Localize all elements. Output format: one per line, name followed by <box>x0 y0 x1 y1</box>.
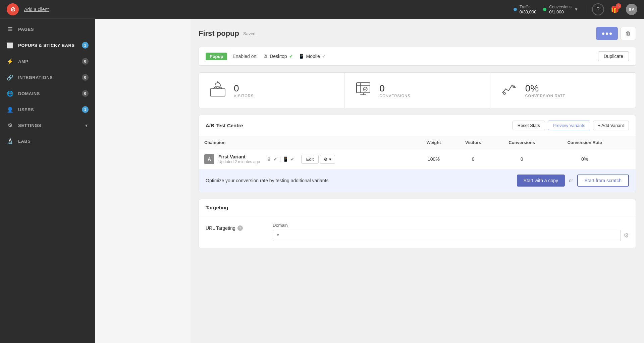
conversions-cell: 0 <box>493 149 550 169</box>
svg-point-1 <box>215 83 220 88</box>
targeting-field-col: Domain ⚙ <box>273 223 629 241</box>
visitors-num: 0 <box>234 83 254 94</box>
traffic-dot <box>514 8 517 11</box>
sidebar-item-label: INTEGRATIONS <box>18 75 53 80</box>
topbar-divider <box>585 5 585 13</box>
col-conversion-rate: Conversion Rate <box>550 136 619 149</box>
url-targeting-label: URL Targeting <box>206 225 235 231</box>
app-logo[interactable]: ⊘ <box>7 3 19 15</box>
edit-variant-button[interactable]: Edit <box>301 155 319 164</box>
col-champion: Champion <box>199 136 415 149</box>
traffic-value: 0/30,000 <box>520 9 537 14</box>
variant-cell: A First Variant Updated 2 minutes ago 🖥 … <box>199 149 415 169</box>
url-targeting-info-icon[interactable]: ? <box>237 225 243 231</box>
conversions-stat-info: 0 CONVERSIONS <box>379 83 410 98</box>
ab-test-tbody: A First Variant Updated 2 minutes ago 🖥 … <box>199 149 636 169</box>
start-with-copy-button[interactable]: Start with a copy <box>517 175 565 187</box>
popup-tag: Popup <box>206 53 227 60</box>
desktop-icon: 🖥 <box>263 54 268 59</box>
cta-actions: Start with a copy or Start from scratch <box>517 175 629 187</box>
conversions-stat[interactable]: Conversions 0/1,000 ▼ <box>543 5 578 14</box>
svg-point-8 <box>503 92 505 94</box>
ab-test-thead: Champion Weight Visitors Conversions Con… <box>199 136 636 149</box>
desktop-device: 🖥 Desktop ✔ <box>263 54 293 59</box>
settings-chevron-icon: ▼ <box>85 123 89 128</box>
dots-menu-button[interactable] <box>596 27 618 40</box>
delete-button[interactable]: 🗑 <box>621 27 636 40</box>
weight-cell: 100% <box>415 149 453 169</box>
targeting-header: Targeting <box>199 199 636 216</box>
ab-test-title: A/B Test Centre <box>206 123 243 128</box>
enabled-bar: Popup Enabled on: 🖥 Desktop ✔ 📱 Mobile ✔… <box>199 47 636 66</box>
cta-text: Optimize your conversion rate by testing… <box>206 178 329 183</box>
visitors-icon <box>207 79 228 101</box>
sidebar-item-label: USERS <box>18 107 34 112</box>
traffic-label: Traffic <box>520 5 537 9</box>
sidebar-item-amp[interactable]: ⚡ AMP 0 <box>0 53 95 69</box>
sidebar-item-domains[interactable]: 🌐 DOMAINS 0 <box>0 85 95 101</box>
device-separator: | <box>279 156 281 162</box>
sidebar-item-label: POPUPS & STICKY BARS <box>18 43 75 48</box>
ab-test-header: A/B Test Centre Reset Stats Preview Vari… <box>199 115 636 136</box>
start-from-scratch-button[interactable]: Start from scratch <box>577 175 629 187</box>
variant-action-buttons: Edit ⚙ ▾ <box>299 155 335 164</box>
popups-icon: ⬜ <box>7 42 13 49</box>
variant-letter: A <box>204 154 214 164</box>
visitors-label: VISITORS <box>234 94 254 98</box>
sidebar-item-settings[interactable]: ⚙ SETTINGS ▼ <box>0 118 95 133</box>
conversions-value: 0/1,000 <box>549 9 572 14</box>
sidebar-item-label: DOMAINS <box>18 91 40 96</box>
col-weight: Weight <box>415 136 453 149</box>
amp-icon: ⚡ <box>7 58 13 65</box>
preview-variants-button[interactable]: Preview Variants <box>548 121 590 130</box>
conversion-rate-stat-info: 0% CONVERSION RATE <box>525 83 566 98</box>
header-actions: 🗑 <box>596 27 636 40</box>
conversions-label: CONVERSIONS <box>379 94 410 98</box>
sidebar-item-integrations[interactable]: 🔗 INTEGRATIONS 0 <box>0 69 95 85</box>
conversions-chevron-icon[interactable]: ▼ <box>574 7 578 12</box>
domain-label: Domain <box>273 223 629 228</box>
integrations-icon: 🔗 <box>7 74 13 81</box>
page-title-group: First popup Saved <box>199 29 256 38</box>
sidebar-item-label: PAGES <box>18 27 34 32</box>
variant-desktop-icon: 🖥 <box>267 156 271 162</box>
domain-gear-icon[interactable]: ⚙ <box>624 232 629 239</box>
sidebar-item-pages[interactable]: ☰ PAGES <box>0 21 95 37</box>
gift-button[interactable]: 🎁 5 <box>611 5 619 13</box>
variant-mobile-check: ✔ <box>290 156 294 162</box>
integrations-badge: 0 <box>82 74 89 81</box>
avatar[interactable]: SA <box>626 4 637 15</box>
sidebar-logo: ⊘ Add a client <box>0 0 95 19</box>
labs-icon: 🔬 <box>7 138 13 144</box>
sidebar-item-popups[interactable]: ⬜ POPUPS & STICKY BARS 1 <box>0 37 95 53</box>
popups-badge: 1 <box>82 42 89 49</box>
variant-name-group: First Variant Updated 2 minutes ago <box>218 154 260 164</box>
variant-updated: Updated 2 minutes ago <box>218 159 260 164</box>
variant-name: First Variant <box>218 154 260 159</box>
sidebar-item-labs[interactable]: 🔬 LABS <box>0 133 95 149</box>
mobile-label: Mobile <box>306 54 320 59</box>
svg-rect-0 <box>210 89 225 96</box>
add-variant-button[interactable]: + Add Variant <box>593 121 629 130</box>
dot1 <box>602 32 604 35</box>
saved-badge: Saved <box>243 31 256 36</box>
stats-row: 0 VISITORS 0 CONVERSIONS <box>199 72 636 108</box>
url-targeting-label-col: URL Targeting ? <box>206 223 259 231</box>
visitors-stat-card: 0 VISITORS <box>199 72 344 108</box>
ab-test-section: A/B Test Centre Reset Stats Preview Vari… <box>199 115 636 192</box>
sidebar-item-users[interactable]: 👤 USERS 1 <box>0 101 95 118</box>
conversions-dot <box>543 8 546 11</box>
conversion-rate-icon <box>498 79 520 101</box>
table-row: A First Variant Updated 2 minutes ago 🖥 … <box>199 149 636 169</box>
variant-gear-button[interactable]: ⚙ ▾ <box>320 155 335 164</box>
help-button[interactable]: ? <box>592 3 604 15</box>
sidebar: ⊘ Add a client ☰ PAGES ⬜ POPUPS & STICKY… <box>0 0 95 343</box>
enabled-label: Enabled on: <box>232 54 258 59</box>
reset-stats-button[interactable]: Reset Stats <box>513 121 545 130</box>
add-client-link[interactable]: Add a client <box>24 7 49 12</box>
domain-input[interactable] <box>273 230 621 241</box>
variant-device-icons: 🖥 ✔ | 📱 ✔ <box>267 156 294 162</box>
domains-badge: 0 <box>82 90 89 97</box>
sidebar-item-label: SETTINGS <box>18 123 41 128</box>
duplicate-button[interactable]: Duplicate <box>598 51 629 61</box>
